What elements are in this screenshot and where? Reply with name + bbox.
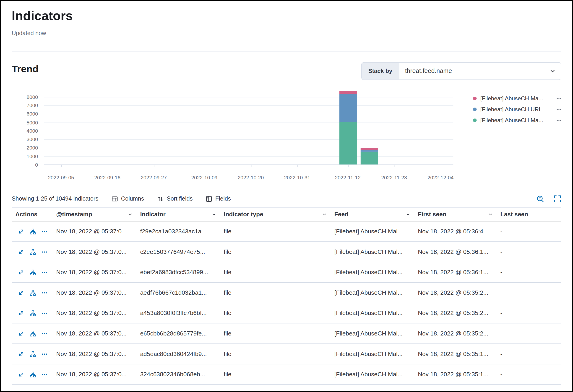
chart-y-axis: 010002000300040005000600070008000 <box>12 91 39 167</box>
table-header-cell[interactable]: Indicator <box>136 211 220 218</box>
chevron-down-icon[interactable] <box>128 212 133 217</box>
gridline <box>44 105 453 106</box>
open-details-icon <box>18 310 24 316</box>
open-details-button[interactable] <box>18 228 24 234</box>
gridline <box>44 114 453 114</box>
open-details-button[interactable] <box>18 269 24 275</box>
legend-item[interactable]: [Filebeat] AbuseCH Ma... <box>473 93 561 104</box>
inspect-button[interactable] <box>537 195 544 203</box>
updated-status: Updated now <box>12 30 561 36</box>
x-tick-label: 2022-09-16 <box>86 175 129 181</box>
table-header-cell[interactable]: Feed <box>331 211 414 218</box>
columns-button[interactable]: Columns <box>111 196 144 202</box>
fullscreen-button[interactable] <box>554 195 561 203</box>
investigate-timeline-button[interactable] <box>30 330 36 336</box>
y-tick-label: 5000 <box>12 119 38 126</box>
investigate-timeline-button[interactable] <box>30 228 36 234</box>
more-actions-button[interactable] <box>41 228 47 234</box>
last-seen-cell: - <box>497 228 561 235</box>
legend-label: [Filebeat] AbuseCH Ma... <box>480 95 543 102</box>
bar-segment[interactable] <box>360 150 378 152</box>
x-tick-label: 2022-09-27 <box>132 175 176 181</box>
open-details-icon <box>18 372 24 377</box>
legend-item[interactable]: [Filebeat] AbuseCH Ma... <box>473 115 561 126</box>
sort-fields-button[interactable]: Sort fields <box>157 196 193 202</box>
chevron-down-icon[interactable] <box>488 212 493 217</box>
table-header-cell[interactable]: Actions <box>12 211 53 218</box>
investigate-timeline-button[interactable] <box>30 351 36 357</box>
legend-more-icon[interactable] <box>553 118 561 123</box>
stack-by-value: threat.feed.name <box>399 68 549 75</box>
investigate-timeline-button[interactable] <box>30 269 36 275</box>
open-details-icon <box>18 351 24 357</box>
stack-by-select[interactable]: Stack by threat.feed.name <box>361 62 561 80</box>
chevron-down-icon <box>549 68 556 74</box>
legend-color-dot <box>473 108 477 111</box>
table-row: Nov 18, 2022 @ 05:37:0... aedf76b667c1d0… <box>12 283 561 303</box>
fullscreen-icon <box>554 195 561 203</box>
legend-more-icon[interactable] <box>553 96 561 101</box>
results-summary: Showing 1-25 of 10494 indicators <box>12 196 98 202</box>
bar-segment[interactable] <box>340 94 357 122</box>
investigate-timeline-button[interactable] <box>30 310 36 316</box>
y-tick-label: 7000 <box>12 102 38 109</box>
x-tick-mark <box>441 165 441 167</box>
more-actions-button[interactable] <box>41 372 47 377</box>
chevron-down-icon[interactable] <box>322 212 327 217</box>
x-tick-mark <box>297 165 298 167</box>
investigate-timeline-button[interactable] <box>30 372 36 377</box>
open-details-icon <box>18 330 24 336</box>
stack-by-label: Stack by <box>362 63 399 80</box>
more-actions-button[interactable] <box>41 351 47 357</box>
y-tick-label: 8000 <box>12 94 38 100</box>
table-row: Nov 18, 2022 @ 05:37:0... ad5eac80ed3604… <box>12 344 561 364</box>
investigate-timeline-icon <box>30 372 36 377</box>
feed-cell: [Filebeat] AbuseCH Mal... <box>331 330 414 337</box>
indicator-type-cell: file <box>220 289 331 296</box>
investigate-timeline-button[interactable] <box>30 249 36 255</box>
more-actions-button[interactable] <box>41 330 47 336</box>
legend-more-icon[interactable] <box>553 107 561 112</box>
table-header-cell[interactable]: @timestamp <box>53 211 136 218</box>
bar-segment[interactable] <box>340 122 357 165</box>
investigate-timeline-icon <box>30 269 36 275</box>
indicator-cell: ebef2a6983dfcc534899... <box>136 269 220 275</box>
table-header-cell[interactable]: First seen <box>414 211 497 218</box>
indicators-page: Indicators Updated now Trend Stack by th… <box>0 0 573 392</box>
bar-segment[interactable] <box>340 91 357 94</box>
trend-heading: Trend <box>12 62 38 76</box>
indicator-type-cell: file <box>220 351 331 357</box>
open-details-button[interactable] <box>18 249 24 255</box>
table-header-cell[interactable]: Last seen <box>497 211 561 218</box>
indicator-cell: f29e2ca1a032343ac1a... <box>136 228 220 235</box>
more-actions-button[interactable] <box>41 310 47 316</box>
open-details-button[interactable] <box>18 290 24 296</box>
chevron-down-icon[interactable] <box>211 212 216 217</box>
x-tick-label: 2022-10-31 <box>275 175 319 181</box>
fields-button[interactable]: Fields <box>206 196 231 202</box>
more-actions-button[interactable] <box>41 269 47 275</box>
legend-item[interactable]: [Filebeat] AbuseCH URL <box>473 104 561 115</box>
table-header-cell[interactable]: Indicator type <box>220 211 331 218</box>
bar-segment[interactable] <box>360 148 378 150</box>
feed-cell: [Filebeat] AbuseCH Mal... <box>331 228 414 235</box>
open-details-button[interactable] <box>18 372 24 377</box>
legend-color-dot <box>473 119 477 122</box>
chevron-down-icon[interactable] <box>406 212 411 217</box>
more-actions-icon <box>41 351 47 357</box>
open-details-button[interactable] <box>18 330 24 336</box>
first-seen-cell: Nov 18, 2022 @ 05:36:4... <box>414 228 497 235</box>
feed-cell: [Filebeat] AbuseCH Mal... <box>331 248 414 255</box>
trend-chart: 010002000300040005000600070008000 2022-0… <box>12 91 458 183</box>
indicator-type-cell: file <box>220 330 331 337</box>
more-actions-button[interactable] <box>41 249 47 255</box>
more-actions-button[interactable] <box>41 290 47 296</box>
indicator-cell: ad5eac80ed360424fb9... <box>136 351 220 357</box>
indicator-type-cell: file <box>220 248 331 255</box>
x-tick-label: 2022-09-05 <box>39 175 83 181</box>
bar-segment[interactable] <box>360 152 378 165</box>
open-details-button[interactable] <box>18 310 24 316</box>
investigate-timeline-button[interactable] <box>30 290 36 296</box>
open-details-button[interactable] <box>18 351 24 357</box>
more-actions-icon <box>41 228 47 234</box>
